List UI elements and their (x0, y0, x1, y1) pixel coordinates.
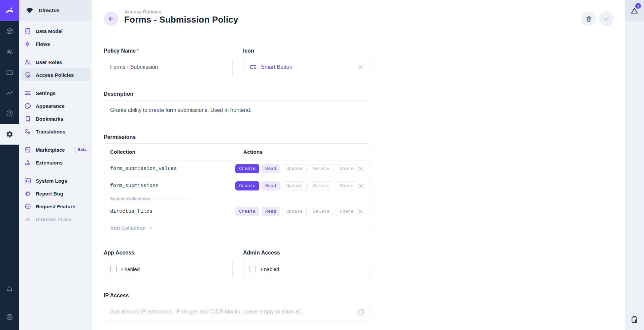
sidebar-item-label: Marketplace (36, 147, 65, 153)
notifications-button[interactable] (0, 279, 19, 300)
permissions-section: Permissions Collection Actions form_subm… (104, 134, 370, 236)
icon-select[interactable]: Smart Button (243, 57, 370, 77)
module-content[interactable] (0, 21, 19, 41)
notification-count-badge: 1 (635, 3, 641, 9)
action-chip-read[interactable]: Read (262, 181, 280, 190)
notifications-drawer-button[interactable]: 1 (625, 0, 644, 21)
chevron-down-icon (148, 225, 154, 231)
version-label: Directus 11.3.5 (36, 216, 71, 222)
version-row: Directus 11.3.5 (21, 213, 90, 226)
shield-lock-icon (24, 71, 31, 79)
action-chip-create[interactable]: Create (235, 207, 259, 216)
sidebar-item-marketplace[interactable]: Marketplace Beta (21, 143, 90, 156)
remove-row-icon[interactable] (358, 183, 364, 189)
sidebar-item-label: Extensions (36, 160, 63, 166)
sidebar-item-settings[interactable]: Settings (21, 87, 90, 99)
directus-logo-button[interactable] (0, 0, 19, 21)
icon-label: Icon (243, 48, 370, 54)
module-settings[interactable] (0, 124, 19, 145)
sidebar-item-data-model[interactable]: Data Model (21, 25, 90, 37)
sidebar-item-label: Appearance (36, 103, 65, 109)
action-chip-create[interactable]: Create (235, 181, 259, 190)
delete-policy-button[interactable] (581, 11, 596, 26)
module-insights[interactable] (0, 83, 19, 103)
account-circle-icon (6, 313, 13, 321)
sidebar-item-appearance[interactable]: Appearance (21, 99, 90, 112)
save-button[interactable] (599, 11, 614, 26)
collection-name: directus_files (110, 209, 235, 214)
sidebar-item-user-roles[interactable]: User Roles (21, 56, 90, 68)
bug-icon (24, 190, 31, 197)
description-input[interactable]: Grants ability to create form submission… (104, 100, 370, 120)
action-chip-update[interactable]: Update (282, 181, 307, 190)
action-chip-share[interactable]: Share (336, 164, 358, 173)
action-chip-read[interactable]: Read (262, 207, 280, 216)
nav-divider (19, 138, 92, 143)
page-title: Forms - Submission Policy (124, 14, 238, 25)
files-folder-icon (6, 68, 13, 76)
sidebar-item-translations[interactable]: Translations (21, 125, 90, 138)
admin-access-toggle[interactable]: Enabled (243, 259, 370, 279)
action-chip-share[interactable]: Share (336, 181, 358, 190)
nav-divider (19, 50, 92, 56)
action-chip-delete[interactable]: Delete (309, 164, 334, 173)
nav-divider (19, 169, 92, 174)
module-users[interactable] (0, 41, 19, 62)
sidebar-item-label: Data Model (36, 28, 63, 34)
sidebar-item-bookmarks[interactable]: Bookmarks (21, 112, 90, 125)
remove-row-icon[interactable] (358, 208, 364, 215)
database-icon (24, 28, 31, 35)
breadcrumb[interactable]: Access Policies (125, 9, 162, 14)
action-chip-update[interactable]: Update (282, 207, 307, 216)
shapes-icon (24, 159, 31, 166)
sidebar-item-label: User Roles (36, 59, 62, 65)
sidebar-item-label: System Logs (36, 178, 67, 184)
user-group-icon (24, 59, 31, 66)
action-chip-create[interactable]: Create (235, 164, 259, 173)
add-collection-button[interactable]: Add Collection (104, 220, 370, 236)
tag-icon[interactable] (357, 308, 365, 316)
policy-name-field-group: Policy Name* (104, 48, 233, 77)
back-button[interactable] (104, 11, 118, 26)
admin-access-checkbox[interactable] (249, 266, 256, 272)
remove-row-icon[interactable] (358, 166, 364, 172)
permissions-table: Collection Actions form_submission_value… (104, 143, 370, 236)
app-access-toggle[interactable]: Enabled (104, 259, 233, 279)
admin-access-option: Enabled (261, 266, 279, 272)
revisions-drawer-button[interactable] (625, 309, 644, 330)
version-rabbit-icon (24, 216, 31, 223)
trash-icon (585, 15, 592, 23)
sidebar-item-flows[interactable]: Flows (21, 37, 90, 50)
sidebar-item-report-bug[interactable]: Report Bug (21, 187, 90, 200)
action-chip-share[interactable]: Share (336, 207, 358, 216)
description-field-group: Description Grants ability to create for… (104, 91, 370, 120)
admin-access-label: Admin Access (243, 250, 370, 256)
action-chip-update[interactable]: Update (282, 164, 307, 173)
action-chip-delete[interactable]: Delete (309, 181, 334, 190)
sidebar-item-request-feature[interactable]: Request Feature (21, 200, 90, 213)
bookmark-icon (24, 115, 31, 122)
action-chip-read[interactable]: Read (262, 164, 280, 173)
module-files[interactable] (0, 62, 19, 83)
policy-name-input[interactable] (110, 57, 226, 77)
sidebar-item-label: Flows (36, 41, 50, 47)
sidebar-item-access-policies[interactable]: Access Policies (21, 68, 90, 81)
ip-access-input[interactable] (110, 302, 352, 322)
module-docs[interactable] (0, 103, 19, 124)
ip-access-label: IP Access (104, 293, 370, 299)
sidebar-item-label: Request Feature (36, 204, 75, 209)
sidebar-item-extensions[interactable]: Extensions (21, 156, 90, 169)
actions-column-header: Actions (243, 149, 263, 155)
insights-chart-icon (6, 89, 13, 97)
sidebar-item-system-logs[interactable]: System Logs (21, 174, 90, 187)
app-access-checkbox[interactable] (110, 266, 117, 272)
module-bar (0, 0, 19, 330)
ip-access-field-group: IP Access (104, 293, 370, 322)
action-chip-delete[interactable]: Delete (309, 207, 334, 216)
permission-row: directus_files Create Read Update Delete… (104, 203, 370, 220)
user-menu-button[interactable] (0, 307, 19, 327)
clear-icon[interactable] (357, 64, 364, 70)
policy-name-label: Policy Name* (104, 48, 233, 54)
sidebar-item-label: Access Policies (36, 72, 74, 78)
project-header[interactable]: Directus (19, 0, 92, 21)
